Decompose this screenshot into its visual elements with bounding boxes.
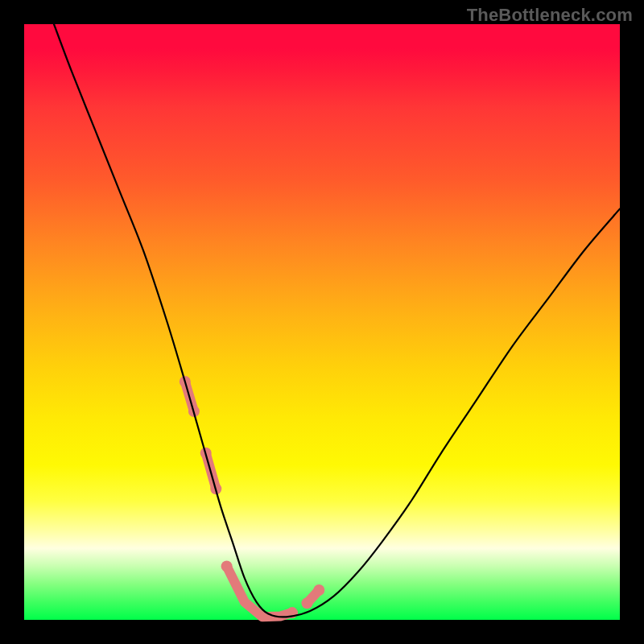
chart-frame: TheBottleneck.com [0, 0, 644, 644]
chart-svg [24, 24, 620, 620]
emphasis-layer [180, 376, 324, 618]
emphasis-segment [227, 566, 292, 617]
emphasis-point [313, 584, 324, 596]
plot-area [24, 24, 620, 620]
emphasis-point [221, 560, 233, 572]
watermark-text: TheBottleneck.com [467, 5, 633, 26]
bottleneck-curve [54, 24, 620, 617]
emphasis-point [302, 597, 313, 609]
